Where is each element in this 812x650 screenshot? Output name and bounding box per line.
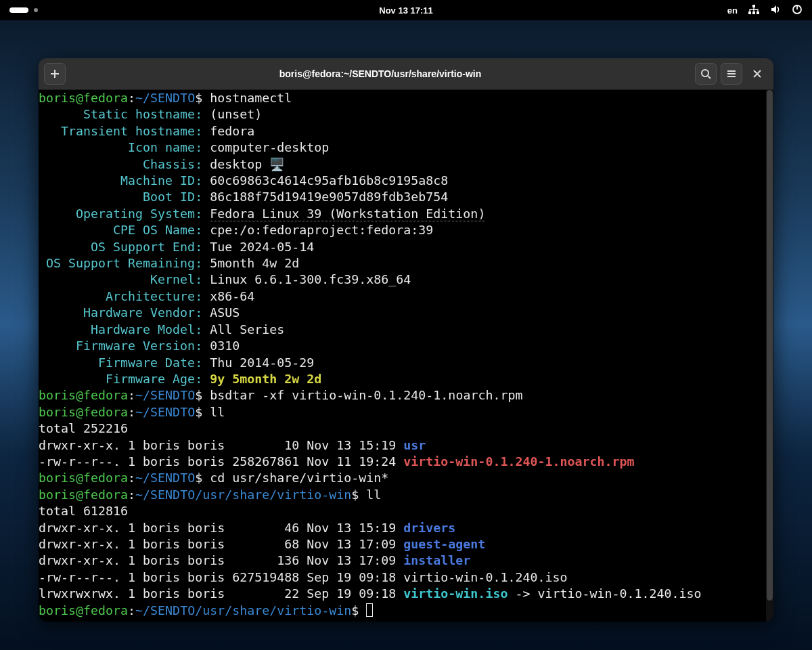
volume-icon[interactable] <box>770 4 781 17</box>
menu-button[interactable] <box>721 63 742 85</box>
svg-rect-3 <box>757 12 759 14</box>
keyboard-layout-indicator[interactable]: en <box>727 5 738 16</box>
svg-rect-1 <box>748 12 751 14</box>
new-tab-button[interactable] <box>44 63 66 85</box>
search-button[interactable] <box>695 63 717 85</box>
workspace-dot-icon <box>34 8 38 12</box>
terminal-headerbar: boris@fedora:~/SENDTO/usr/share/virtio-w… <box>39 58 773 90</box>
clock[interactable]: Nov 13 17:11 <box>379 5 433 16</box>
terminal-title: boris@fedora:~/SENDTO/usr/share/virtio-w… <box>66 68 695 79</box>
power-icon[interactable] <box>792 4 803 17</box>
svg-line-9 <box>708 76 710 79</box>
svg-rect-0 <box>752 5 755 7</box>
scrollbar-thumb[interactable] <box>767 90 773 601</box>
activities-pill-icon <box>9 7 28 13</box>
network-icon[interactable] <box>748 4 759 17</box>
svg-rect-2 <box>752 12 755 14</box>
terminal-body[interactable]: boris@fedora:~/SENDTO$ hostnamectl Stati… <box>39 90 773 622</box>
svg-point-8 <box>702 70 708 77</box>
terminal-scrollbar[interactable] <box>766 90 773 622</box>
activities-area[interactable] <box>9 7 38 13</box>
terminal-window: boris@fedora:~/SENDTO/usr/share/virtio-w… <box>39 58 773 622</box>
gnome-topbar: Nov 13 17:11 en <box>0 0 812 20</box>
close-button[interactable] <box>746 63 768 85</box>
terminal-output: boris@fedora:~/SENDTO$ hostnamectl Stati… <box>39 90 773 619</box>
